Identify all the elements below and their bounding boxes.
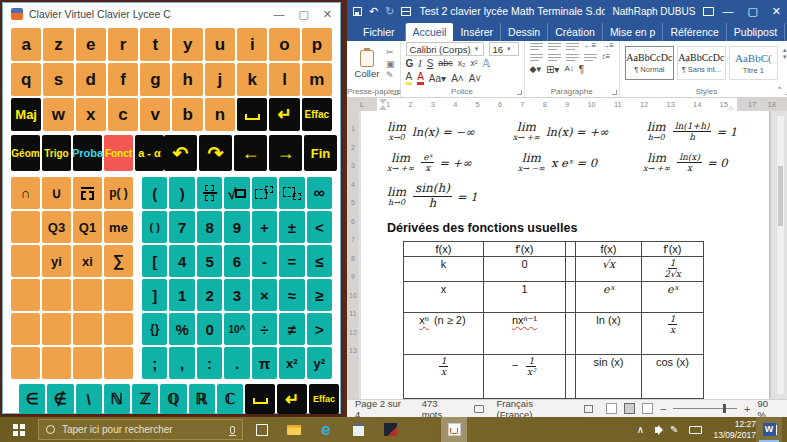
key-([interactable]: ( xyxy=(142,177,167,209)
format-painter-icon[interactable]: ✎ xyxy=(386,71,395,81)
numbered-list-icon[interactable] xyxy=(548,42,561,51)
style-card--sans-int-[interactable]: AaBbCcDc¶ Sans int... xyxy=(677,46,726,80)
key-Q1[interactable]: Q1 xyxy=(73,211,102,243)
key-c[interactable]: c xyxy=(108,98,138,131)
key-∞[interactable]: ∞ xyxy=(307,177,332,209)
key-5[interactable]: 5 xyxy=(197,245,222,277)
java-keyboard-taskbar-icon[interactable] xyxy=(441,417,467,442)
document-scrollbar[interactable] xyxy=(776,115,785,395)
key-.[interactable]: . xyxy=(224,347,249,379)
account-name[interactable]: NathRaph DUBUS xyxy=(613,6,696,17)
key-e[interactable]: e xyxy=(76,28,106,61)
justify-icon[interactable] xyxy=(584,53,597,62)
macro-recording-icon[interactable] xyxy=(584,405,593,413)
key-\[interactable]: \ xyxy=(76,384,102,414)
table-tool-icon[interactable] xyxy=(401,7,411,16)
key-i[interactable]: i xyxy=(237,28,267,61)
key-subscript-template[interactable] xyxy=(279,177,304,209)
key-ℂ[interactable]: ℂ xyxy=(217,384,243,414)
key-v[interactable]: v xyxy=(140,98,170,131)
vertical-ruler[interactable]: 12345678910111213 xyxy=(347,111,359,399)
key-Q3[interactable]: Q3 xyxy=(42,211,71,243)
show-paragraph-marks-icon[interactable]: ¶ xyxy=(579,64,584,75)
microphone-icon[interactable] xyxy=(230,426,235,434)
style-card--normal[interactable]: AaBbCcDc¶ Normal xyxy=(625,46,674,80)
key-;[interactable]: ; xyxy=(142,347,167,379)
key-x[interactable]: x xyxy=(76,98,106,131)
first-line-indent-marker[interactable] xyxy=(379,99,387,104)
word-minimize-button[interactable]: — xyxy=(722,5,733,18)
tab-stop-selector[interactable]: L xyxy=(347,98,377,111)
key-1[interactable]: 1 xyxy=(169,279,194,311)
word-taskbar-icon[interactable] xyxy=(756,417,782,442)
decrease-indent-icon[interactable]: ←≡ xyxy=(584,42,597,51)
ribbon-tab-dessin[interactable]: Dessin xyxy=(501,23,548,41)
superscript-button[interactable]: x² xyxy=(470,59,477,68)
key-ℝ[interactable]: ℝ xyxy=(189,384,215,414)
key-effac[interactable]: Effac xyxy=(302,98,332,131)
key-][interactable]: ] xyxy=(142,279,167,311)
tab-proba[interactable]: Proba xyxy=(73,135,102,171)
key-6[interactable]: 6 xyxy=(224,245,249,277)
lexibar-app-icon[interactable] xyxy=(377,417,403,442)
task-view-icon[interactable] xyxy=(249,417,275,442)
horizontal-ruler[interactable]: L 123456789101112131415 1718 xyxy=(347,98,787,111)
right-indent-marker[interactable] xyxy=(727,105,735,110)
key-,[interactable]: , xyxy=(169,347,194,379)
print-layout-view-icon[interactable] xyxy=(624,403,635,414)
change-case-button[interactable]: Aa▾ xyxy=(429,73,446,84)
tab-alphabet-grec[interactable]: a - α xyxy=(135,135,164,171)
key-t[interactable]: t xyxy=(140,28,170,61)
key-+[interactable]: + xyxy=(252,211,277,243)
key-±[interactable]: ± xyxy=(279,211,304,243)
touch-keyboard-icon[interactable] xyxy=(689,426,702,434)
edge-browser-icon[interactable] xyxy=(313,417,339,442)
key-r[interactable]: r xyxy=(108,28,138,61)
line-spacing-icon[interactable]: ↕≡ xyxy=(602,53,611,62)
shading-icon[interactable]: ◆▾ xyxy=(530,65,541,75)
underline-button[interactable]: S xyxy=(427,58,434,69)
key-≥[interactable]: ≥ xyxy=(307,279,332,311)
ribbon-tab-accueil[interactable]: Accueil xyxy=(406,23,454,41)
scrollbar-thumb[interactable] xyxy=(778,166,783,226)
key-{}[interactable]: {} xyxy=(142,313,167,345)
grow-font-button[interactable]: A˄ xyxy=(451,73,464,84)
key--[interactable]: - xyxy=(252,245,277,277)
ribbon-tab-publipost[interactable]: Publipost xyxy=(727,23,785,41)
key-shift[interactable]: Maj xyxy=(11,98,41,131)
shrink-font-button[interactable]: A˅ xyxy=(469,73,482,84)
ribbon-tab-création[interactable]: Création xyxy=(548,23,603,41)
key-8[interactable]: 8 xyxy=(197,211,222,243)
key-redo[interactable] xyxy=(199,135,232,171)
key-[[interactable]: [ xyxy=(142,245,167,277)
key-π[interactable]: π xyxy=(252,347,277,379)
key-l[interactable]: l xyxy=(269,63,299,96)
key-exponent-template[interactable] xyxy=(252,177,277,209)
key-×[interactable]: × xyxy=(252,279,277,311)
key-∪[interactable]: ∪ xyxy=(42,177,71,209)
file-explorer-icon[interactable] xyxy=(281,417,307,442)
keyboard-maximize-button[interactable]: ▢ xyxy=(298,8,308,21)
align-left-icon[interactable] xyxy=(530,53,543,62)
key-undo[interactable] xyxy=(164,135,197,171)
document-page[interactable]: limx→0ln(x) = −∞limx→ +∞ln(x) = +∞limh→0… xyxy=(361,111,769,399)
ribbon-display-options-icon[interactable] xyxy=(703,7,714,16)
key-arrow-right[interactable]: → xyxy=(269,135,302,171)
font-dialog-launcher[interactable] xyxy=(517,90,522,95)
key-effac-2[interactable]: Effac xyxy=(309,384,339,414)
key-xi[interactable]: xi xyxy=(73,245,102,277)
pen-icon[interactable]: ✎ xyxy=(670,424,678,435)
key-fraction-template[interactable] xyxy=(197,177,222,209)
key-arrow-left[interactable]: ← xyxy=(234,135,267,171)
key-:[interactable]: : xyxy=(197,347,222,379)
key-m[interactable]: m xyxy=(302,63,332,96)
key-=[interactable]: = xyxy=(279,245,304,277)
key-j[interactable]: j xyxy=(205,63,235,96)
collapse-ribbon-icon[interactable]: ⌃ xyxy=(776,86,783,95)
tab-trigo[interactable]: Trigo xyxy=(42,135,71,171)
align-right-icon[interactable] xyxy=(566,53,579,62)
paste-button[interactable]: Coller xyxy=(352,44,382,85)
key-k[interactable]: k xyxy=(237,63,267,96)
strikethrough-button[interactable]: abc xyxy=(438,59,453,69)
key-<[interactable]: < xyxy=(307,211,332,243)
